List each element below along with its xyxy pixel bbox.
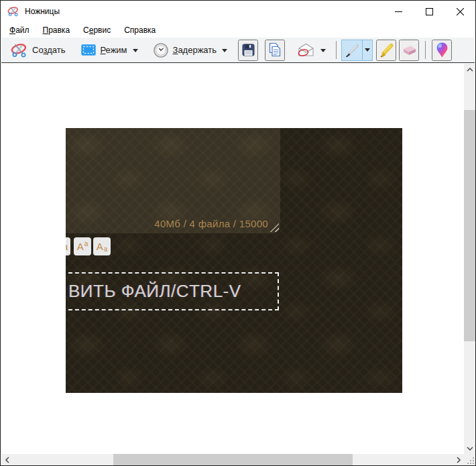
pen-dropdown-arrow[interactable] bbox=[362, 40, 372, 60]
paste-file-dropbox: ВИТЬ ФАЙЛ/CTRL-V bbox=[66, 272, 279, 310]
vertical-scrollbar[interactable] bbox=[464, 64, 476, 454]
menu-help[interactable]: Справка bbox=[117, 23, 162, 37]
chevron-right-icon bbox=[457, 457, 461, 463]
menu-file[interactable]: Файл bbox=[3, 23, 36, 37]
resize-grip-icon bbox=[473, 463, 474, 464]
chevron-left-icon bbox=[5, 457, 9, 463]
snip-upload-dropzone: 40Мб / 4 файла / 15000 bbox=[66, 128, 280, 233]
chevron-down-icon bbox=[467, 447, 473, 451]
email-icon bbox=[297, 43, 315, 57]
eraser-tool-button[interactable] bbox=[399, 40, 419, 61]
copy-button[interactable] bbox=[265, 40, 285, 61]
font-size-button-medium: Аа bbox=[74, 237, 91, 255]
close-icon bbox=[457, 8, 464, 15]
window-resize-grip[interactable] bbox=[464, 454, 476, 466]
window-controls bbox=[383, 1, 475, 22]
chevron-down-icon bbox=[365, 48, 370, 54]
new-snip-label: Создать bbox=[32, 45, 65, 55]
copy-icon bbox=[267, 42, 282, 58]
pen-tool-button[interactable] bbox=[341, 40, 373, 61]
mode-label: Режим bbox=[100, 45, 127, 55]
scissors-icon bbox=[11, 42, 28, 59]
maximize-button[interactable] bbox=[414, 1, 444, 22]
window-title: Ножницы bbox=[25, 7, 60, 16]
scroll-right-button[interactable] bbox=[453, 454, 464, 466]
paint3d-button[interactable] bbox=[432, 40, 452, 61]
font-size-button-large: Аа bbox=[66, 237, 70, 255]
scroll-down-button[interactable] bbox=[464, 443, 476, 454]
floppy-icon bbox=[241, 43, 255, 57]
email-dropdown-arrow[interactable] bbox=[320, 49, 326, 55]
maximize-icon bbox=[426, 8, 433, 15]
selection-rect-icon bbox=[81, 44, 96, 56]
menu-tools[interactable]: Сервис bbox=[76, 23, 117, 37]
toolbar-separator bbox=[425, 41, 426, 59]
close-button[interactable] bbox=[444, 1, 475, 22]
app-window: Ножницы Файл Правка Сервис Справка bbox=[0, 0, 476, 466]
delay-button[interactable]: Задержать bbox=[147, 40, 233, 61]
paste-file-label: ВИТЬ ФАЙЛ/CTRL-V bbox=[68, 281, 241, 302]
toolbar-separator bbox=[336, 41, 337, 59]
horizontal-scrollbar[interactable] bbox=[1, 454, 464, 466]
upload-limits-text: 40Мб / 4 файла / 15000 bbox=[154, 218, 268, 229]
minimize-icon bbox=[395, 8, 402, 15]
clock-icon bbox=[153, 42, 169, 58]
highlighter-icon bbox=[378, 42, 394, 58]
eraser-icon bbox=[401, 44, 418, 56]
menu-edit[interactable]: Правка bbox=[36, 23, 77, 37]
balloon-icon bbox=[436, 42, 449, 58]
scissors-app-icon bbox=[7, 5, 19, 17]
mode-dropdown-arrow[interactable] bbox=[133, 49, 138, 55]
delay-label: Задержать bbox=[173, 45, 217, 55]
font-size-button-small: Аа bbox=[93, 237, 111, 255]
textarea-resize-grip-icon bbox=[270, 223, 279, 232]
horizontal-scrollbar-thumb[interactable] bbox=[113, 454, 353, 466]
scroll-left-button[interactable] bbox=[1, 454, 13, 466]
delay-dropdown-arrow[interactable] bbox=[222, 49, 227, 55]
chevron-up-icon bbox=[467, 68, 473, 72]
email-button[interactable] bbox=[292, 40, 331, 60]
menu-bar: Файл Правка Сервис Справка bbox=[1, 22, 475, 38]
vertical-scrollbar-thumb[interactable] bbox=[464, 110, 476, 341]
new-snip-button[interactable]: Создать bbox=[5, 39, 70, 62]
pen-icon bbox=[342, 40, 362, 60]
snip-image[interactable]: 40Мб / 4 файла / 15000 Аа Аа Аа ВИТЬ ФАЙ… bbox=[66, 128, 402, 393]
highlighter-tool-button[interactable] bbox=[376, 40, 396, 61]
mode-button[interactable]: Режим bbox=[76, 42, 143, 58]
toolbar: Создать Режим Заде bbox=[1, 38, 475, 63]
minimize-button[interactable] bbox=[383, 1, 414, 22]
title-bar: Ножницы bbox=[1, 1, 475, 22]
scroll-up-button[interactable] bbox=[464, 64, 476, 75]
save-button[interactable] bbox=[238, 40, 258, 61]
